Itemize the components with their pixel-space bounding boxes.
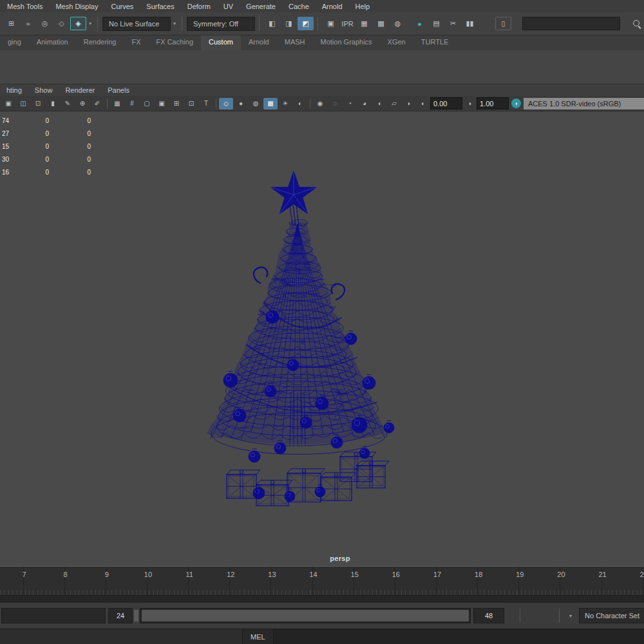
- textured-icon[interactable]: ◍: [249, 98, 263, 109]
- command-line-input[interactable]: [273, 629, 644, 644]
- shelf-tab-animation[interactable]: Animation: [29, 35, 76, 50]
- select-camera-icon[interactable]: ▣: [1, 98, 15, 109]
- snap-to-curve-icon[interactable]: ≈: [20, 17, 36, 30]
- range-slider-left-handle[interactable]: [134, 610, 138, 621]
- safe-title-icon[interactable]: T: [199, 98, 213, 109]
- status-line-input[interactable]: [522, 17, 620, 30]
- separator: [259, 17, 260, 31]
- menu-surfaces[interactable]: Surfaces: [140, 1, 180, 12]
- light-editor-icon[interactable]: ●: [412, 17, 428, 30]
- gamma-field[interactable]: [477, 97, 509, 109]
- shelf-tab-rendering[interactable]: Rendering: [76, 35, 124, 50]
- panel-menu-hting[interactable]: hting: [0, 86, 28, 95]
- view-transform-arrow: ▼: [637, 100, 644, 107]
- safe-action-icon[interactable]: ⊡: [184, 98, 198, 109]
- ipr-render-icon[interactable]: IPR: [339, 17, 355, 30]
- shelf-tab-xgen[interactable]: XGen: [380, 35, 413, 50]
- live-surface-arrow[interactable]: ▾: [171, 21, 178, 26]
- frame-label: 14: [309, 571, 317, 578]
- panel-menu-panels[interactable]: Panels: [101, 86, 136, 95]
- menu-mesh-display[interactable]: Mesh Display: [49, 1, 104, 12]
- shelf-tab-motion-graphics[interactable]: Motion Graphics: [313, 35, 380, 50]
- range-start-field[interactable]: 24: [108, 608, 133, 623]
- bookmark-view-icon[interactable]: ▮: [46, 98, 60, 109]
- symmetry-dropdown[interactable]: Symmetry: Off: [187, 17, 255, 31]
- snap-to-plane-icon[interactable]: ◇: [53, 17, 70, 30]
- menu-help[interactable]: Help: [349, 1, 377, 12]
- screen-ao-icon[interactable]: ◉: [313, 98, 327, 109]
- snap-to-point-icon[interactable]: ◎: [37, 17, 53, 30]
- smooth-shade-icon[interactable]: ●: [234, 98, 248, 109]
- menu-mesh-tools[interactable]: Mesh Tools: [1, 1, 49, 12]
- command-mode-toggle[interactable]: MEL: [243, 633, 273, 641]
- cut-icon[interactable]: ✂: [445, 17, 461, 30]
- shelf-tab-arnold[interactable]: Arnold: [241, 35, 277, 50]
- gate-mask-icon[interactable]: ▣: [155, 98, 169, 109]
- shelf-tab-ging[interactable]: ging: [0, 35, 29, 50]
- xray-icon[interactable]: ▱: [387, 98, 401, 109]
- range-end-field[interactable]: 48: [473, 608, 504, 623]
- motion-blur-icon[interactable]: ◌: [328, 98, 342, 109]
- outliner-toggle-icon[interactable]: ◧: [264, 17, 280, 30]
- panel-toggle-group: ◧◨◩: [264, 17, 314, 30]
- lock-camera-icon[interactable]: ◫: [16, 98, 30, 109]
- render-frame-icon[interactable]: ▣: [323, 17, 339, 30]
- render-sequence-icon[interactable]: ▦: [356, 17, 372, 30]
- panel-menu-show[interactable]: Show: [28, 86, 59, 95]
- panel-menu-renderer[interactable]: Renderer: [59, 86, 101, 95]
- isolate-select-icon[interactable]: ◖: [372, 98, 386, 109]
- field-chart-icon[interactable]: ⊞: [169, 98, 184, 109]
- anti-alias-icon[interactable]: ◔: [343, 98, 357, 109]
- node-editor-toggle-icon[interactable]: ◨: [281, 17, 297, 30]
- resolution-gate-icon[interactable]: ▢: [140, 98, 154, 109]
- menu-deform[interactable]: Deform: [181, 1, 217, 12]
- viewport[interactable]: 74002700150030001600 persp: [0, 111, 644, 566]
- live-surface-dropdown[interactable]: No Live Surface: [102, 17, 171, 31]
- animation-start-area[interactable]: [1, 608, 106, 623]
- shadows-icon[interactable]: ◐: [293, 98, 307, 109]
- modeling-toolkit-toggle-icon[interactable]: ◩: [298, 17, 314, 30]
- render-settings-icon[interactable]: ▩: [373, 17, 389, 30]
- pause-icon[interactable]: ▮▮: [462, 17, 478, 30]
- make-live-icon[interactable]: ◈: [70, 17, 86, 30]
- hud-value: 27: [0, 128, 9, 140]
- display-mode-icon[interactable]: ▯: [495, 17, 511, 30]
- snap-to-grid-icon[interactable]: ⊞: [3, 17, 19, 30]
- shelf-tab-fx-caching[interactable]: FX Caching: [149, 35, 201, 50]
- shelf-tab-mash[interactable]: MASH: [277, 35, 313, 50]
- grid-toggle-icon[interactable]: ▦: [110, 98, 124, 109]
- plugin-shading-icon[interactable]: ◗: [402, 98, 416, 109]
- grease-pencil-icon[interactable]: ✐: [90, 98, 104, 109]
- snap-options-arrow[interactable]: ▾: [87, 21, 93, 26]
- depth-of-field-icon[interactable]: ◕: [357, 98, 372, 109]
- color-management-icon[interactable]: ◖: [511, 99, 521, 108]
- playback-options-arrow[interactable]: ▾: [567, 613, 574, 619]
- shelf-tab-fx[interactable]: FX: [124, 35, 148, 50]
- checker-icon[interactable]: ▩: [263, 98, 278, 109]
- lighting-icon[interactable]: ☀: [278, 98, 292, 109]
- gamma-icon[interactable]: ◑: [462, 98, 477, 109]
- exposure-icon[interactable]: ◐: [416, 98, 430, 109]
- menu-cache[interactable]: Cache: [282, 1, 316, 12]
- view-transform-dropdown[interactable]: ACES 1.0 SDR-video (sRGB) ▼: [524, 98, 644, 109]
- image-plane-icon[interactable]: ✎: [61, 98, 75, 109]
- exposure-field[interactable]: [430, 97, 462, 109]
- shelf-tab-custom[interactable]: Custom: [201, 35, 241, 50]
- menu-arnold[interactable]: Arnold: [316, 1, 349, 12]
- hypershade-icon[interactable]: ◍: [390, 17, 406, 30]
- film-gate-icon[interactable]: #: [125, 98, 139, 109]
- time-slider[interactable]: 78910111213141516171819202122: [0, 566, 644, 603]
- search-icon[interactable]: [629, 17, 644, 30]
- menu-generate[interactable]: Generate: [240, 1, 282, 12]
- wireframe-icon[interactable]: ◇: [219, 98, 233, 109]
- shelf-tab-turtle[interactable]: TURTLE: [413, 35, 457, 50]
- render-setup-icon[interactable]: ▤: [428, 17, 444, 30]
- range-slider-bar[interactable]: [142, 610, 469, 621]
- menu-uv[interactable]: UV: [217, 1, 240, 12]
- 2d-pan-zoom-icon[interactable]: ⊕: [75, 98, 90, 109]
- range-slider-track[interactable]: [140, 608, 471, 623]
- camera-attributes-icon[interactable]: ⊡: [31, 98, 45, 109]
- menu-curves[interactable]: Curves: [104, 1, 140, 12]
- character-set-dropdown[interactable]: No Character Set: [579, 608, 644, 623]
- hud-stats-row: 7400: [0, 115, 91, 128]
